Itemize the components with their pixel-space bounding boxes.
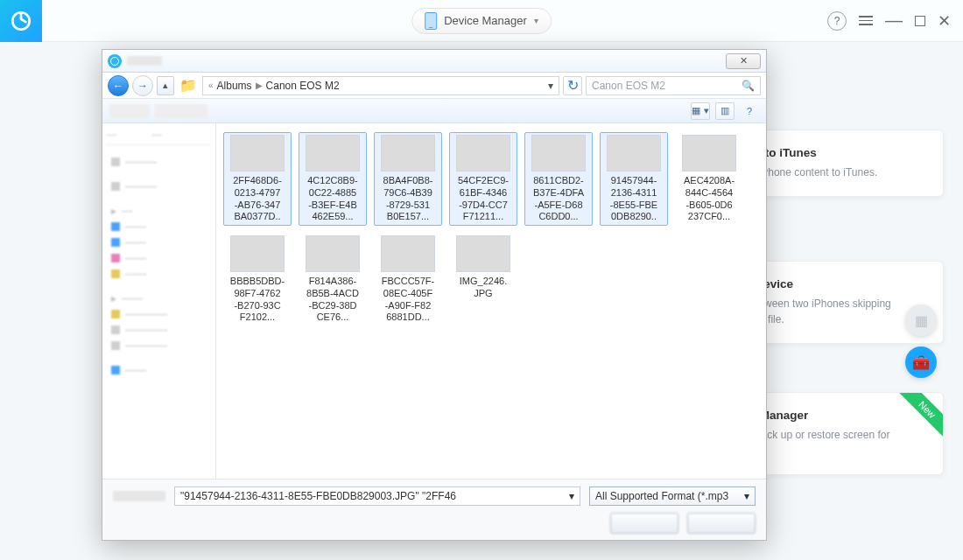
file-name: 8BA4F0B8-79C6-4B39-8729-531B0E157... [383,175,433,223]
file-thumbnail[interactable]: 54CF2EC9-61BF-4346-97D4-CC7F71211... [449,132,517,226]
refresh-button[interactable]: ↻ [563,76,582,95]
filename-label-blurred [113,491,165,501]
thumbnail-image [381,135,435,172]
dialog-title-blurred [127,56,162,66]
app-logo [0,0,42,42]
minimize-button[interactable]: — [885,10,903,31]
app-mode-selector[interactable]: Device Manager ▾ [411,8,552,34]
dialog-toolbar: ▦ ▾ ▥ ? [102,99,766,123]
file-name: 8611CBD2-B37E-4DFA-A5FE-D68C6DD0... [533,175,584,223]
thumbnail-image [306,235,360,272]
view-mode-button[interactable]: ▦ ▾ [691,102,710,120]
maximize-button[interactable] [915,16,925,26]
file-thumbnail[interactable]: IMG_2246.JPG [449,233,517,326]
file-thumbnail[interactable]: 8BA4F0B8-79C6-4B39-8729-531B0E157... [374,132,442,226]
file-thumbnail[interactable]: F814A386-8B5B-4ACD-BC29-38DCE76... [299,233,367,326]
search-placeholder: Canon EOS M2 [592,80,665,92]
file-name: 4C12C8B9-0C22-4885-B3EF-E4B462E59... [307,175,357,223]
breadcrumb-root-icon: « [208,80,214,90]
thumbnail-image [607,135,661,172]
toolbar-item-blurred[interactable] [109,104,150,118]
preview-pane-button[interactable]: ▥ [715,102,735,120]
menu-button[interactable] [859,16,873,25]
nav-forward-button[interactable]: → [132,75,153,96]
file-name: BBBB5DBD-98F7-4762-B270-93CF2102... [230,276,285,324]
folder-tree[interactable]: —— ——— ——— ▸— —— —— —— —— ▸—— ———— —— [102,123,216,479]
close-button[interactable]: ✕ [938,13,951,29]
thumbnail-image [230,235,285,272]
help-button[interactable]: ? [827,11,847,31]
chevron-down-icon: ▾ [534,16,538,25]
toolbar-item-blurred[interactable] [155,104,207,118]
file-name: FBCCC57F-08EC-405F-A90F-F826881DD... [382,276,435,324]
thumbnail-image [381,235,435,272]
file-name: 2FF468D6-0213-4797-AB76-347BA0377D.. [233,175,282,223]
thumbnail-image [682,135,736,172]
file-thumbnail[interactable]: 91457944-2136-4311-8E55-FBE0DB8290.. [600,132,668,226]
file-name: F814A386-8B5B-4ACD-BC29-38DCE76... [306,276,359,324]
grid-bubble[interactable]: ▦ [905,304,937,336]
open-button[interactable] [610,513,678,534]
file-grid[interactable]: 2FF468D6-0213-4797-AB76-347BA0377D..4C12… [216,123,766,479]
chevron-down-icon[interactable]: ▾ [744,490,749,502]
chevron-down-icon[interactable]: ▾ [569,490,574,502]
thumbnail-image [456,235,510,272]
thumbnail-image [306,135,360,172]
thumbnail-image [531,135,586,172]
file-thumbnail[interactable]: FBCCC57F-08EC-405F-A90F-F826881DD... [374,233,442,326]
filename-field[interactable]: "91457944-2136-4311-8E55-FBE0DB829003.JP… [174,486,580,506]
cancel-button[interactable] [687,513,756,534]
file-thumbnail[interactable]: 8611CBD2-B37E-4DFA-A5FE-D68C6DD0... [524,132,593,226]
file-name: 54CF2EC9-61BF-4346-97D4-CC7F71211... [458,175,509,223]
dialog-app-icon [108,54,122,68]
dialog-close-button[interactable]: ✕ [726,53,761,69]
breadcrumb-part[interactable]: Canon EOS M2 [266,80,340,92]
file-thumbnail[interactable]: 4C12C8B9-0C22-4885-B3EF-E4B462E59... [299,132,367,226]
app-titlebar: Device Manager ▾ ? — ✕ [0,0,963,42]
thumbnail-image [456,135,510,172]
toolbox-bubble[interactable]: 🧰 [905,346,937,378]
search-icon: 🔍 [742,80,755,92]
file-thumbnail[interactable]: AEC4208A-844C-4564-B605-0D6237CF0... [675,132,743,226]
file-name: IMG_2246.JPG [460,276,507,300]
breadcrumb[interactable]: « Albums ▶ Canon EOS M2 ▾ [202,76,559,95]
thumbnail-image [230,135,285,172]
breadcrumb-dropdown-icon[interactable]: ▾ [548,80,553,92]
chevron-right-icon: ▶ [256,80,263,90]
filetype-combo[interactable]: All Supported Format (*.mp3 ▾ [589,486,756,506]
folder-icon: 📁 [179,77,197,94]
app-mode-label: Device Manager [444,14,527,27]
breadcrumb-part[interactable]: Albums [217,80,252,92]
nav-up-button[interactable]: ▴ [157,76,174,95]
phone-icon [425,12,437,30]
nav-back-button[interactable]: ← [108,75,129,96]
filetype-value: All Supported Format (*.mp3 [595,490,728,502]
file-name: AEC4208A-844C-4564-B605-0D6237CF0... [684,175,735,223]
file-thumbnail[interactable]: BBBB5DBD-98F7-4762-B270-93CF2102... [223,233,292,326]
file-thumbnail[interactable]: 2FF468D6-0213-4797-AB76-347BA0377D.. [223,132,292,226]
search-input[interactable]: Canon EOS M2 🔍 [586,76,761,95]
help-icon[interactable]: ? [740,102,759,120]
filename-value: "91457944-2136-4311-8E55-FBE0DB829003.JP… [180,490,456,502]
file-open-dialog: ✕ ← → ▴ 📁 « Albums ▶ Canon EOS M2 ▾ ↻ Ca… [102,49,767,541]
file-name: 91457944-2136-4311-8E55-FBE0DB8290.. [610,175,657,223]
